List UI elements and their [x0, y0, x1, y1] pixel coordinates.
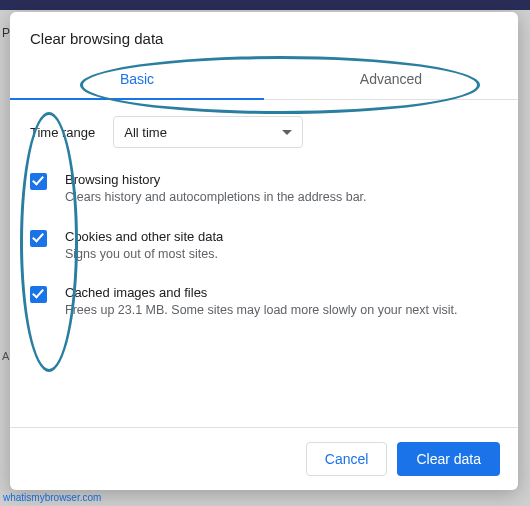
checkbox-cookies[interactable]	[30, 230, 47, 247]
tabs: Basic Advanced	[10, 61, 518, 100]
clear-browsing-data-dialog: Clear browsing data Basic Advanced Time …	[10, 12, 518, 490]
chevron-down-icon	[282, 130, 292, 135]
browser-topbar	[0, 0, 530, 10]
cancel-button[interactable]: Cancel	[306, 442, 388, 476]
footer-link[interactable]: whatismybrowser.com	[3, 492, 101, 503]
checkbox-cached[interactable]	[30, 286, 47, 303]
option-cookies: Cookies and other site data Signs you ou…	[30, 229, 498, 264]
dialog-title: Clear browsing data	[10, 12, 518, 61]
option-cached: Cached images and files Frees up 23.1 MB…	[30, 285, 498, 320]
tab-basic[interactable]: Basic	[10, 61, 264, 99]
time-range-label: Time range	[30, 125, 95, 140]
option-text: Cookies and other site data Signs you ou…	[65, 229, 223, 264]
option-title: Cached images and files	[65, 285, 458, 300]
time-range-value: All time	[124, 125, 167, 140]
dialog-actions: Cancel Clear data	[10, 427, 518, 490]
option-title: Browsing history	[65, 172, 367, 187]
time-range-select[interactable]: All time	[113, 116, 303, 148]
option-text: Cached images and files Frees up 23.1 MB…	[65, 285, 458, 320]
tab-advanced[interactable]: Advanced	[264, 61, 518, 99]
option-title: Cookies and other site data	[65, 229, 223, 244]
time-range-row: Time range All time	[30, 116, 498, 148]
clear-data-button[interactable]: Clear data	[397, 442, 500, 476]
dialog-body: Time range All time Browsing history Cle…	[10, 100, 518, 427]
option-browsing-history: Browsing history Clears history and auto…	[30, 172, 498, 207]
option-desc: Signs you out of most sites.	[65, 246, 223, 264]
option-desc: Clears history and autocompletions in th…	[65, 189, 367, 207]
option-desc: Frees up 23.1 MB. Some sites may load mo…	[65, 302, 458, 320]
option-text: Browsing history Clears history and auto…	[65, 172, 367, 207]
checkbox-browsing-history[interactable]	[30, 173, 47, 190]
